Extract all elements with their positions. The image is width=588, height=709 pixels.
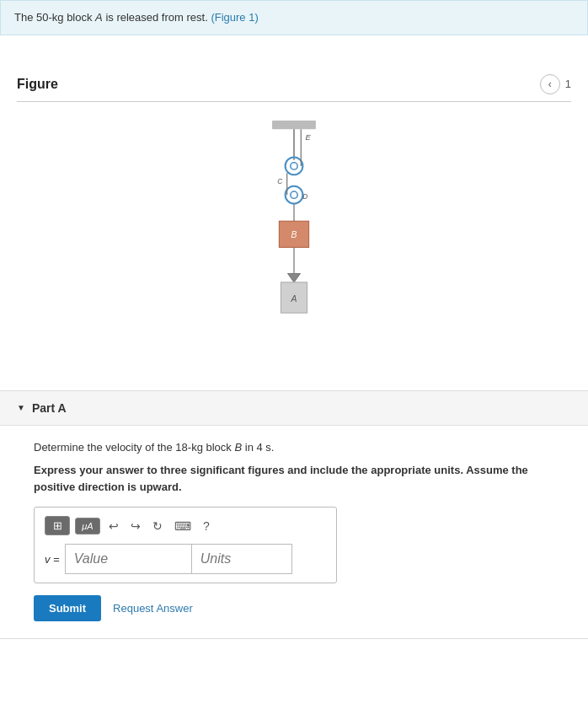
figure-link[interactable]: (Figure 1): [211, 11, 258, 24]
variable-label: v =: [45, 553, 60, 566]
part-label: Part A: [32, 401, 67, 415]
svg-rect-0: [272, 121, 316, 129]
answer-toolbar: ⊞ μA ↩ ↪ ↻ ⌨ ?: [45, 516, 326, 535]
svg-point-11: [291, 162, 297, 169]
figure-prev-button[interactable]: ‹: [540, 74, 560, 94]
input-row: v =: [45, 544, 326, 574]
svg-point-10: [286, 157, 303, 175]
part-content: Determine the velocity of the 18-kg bloc…: [0, 425, 588, 639]
request-answer-link[interactable]: Request Answer: [113, 602, 193, 615]
answer-box: ⊞ μA ↩ ↪ ↻ ⌨ ? v =: [34, 507, 337, 583]
pulley-diagram: E C D B: [243, 121, 345, 357]
undo-button[interactable]: ↩: [105, 517, 122, 535]
value-input[interactable]: [65, 544, 191, 574]
svg-text:A: A: [291, 293, 297, 303]
figure-nav: ‹ 1: [540, 74, 571, 94]
units-input[interactable]: [191, 544, 292, 574]
svg-point-13: [286, 185, 303, 203]
redo-button[interactable]: ↪: [127, 517, 144, 535]
submit-button[interactable]: Submit: [34, 595, 101, 621]
svg-text:D: D: [302, 192, 307, 201]
matrix-button[interactable]: ⊞: [45, 516, 70, 535]
matrix-icon: ⊞: [53, 519, 62, 532]
refresh-button[interactable]: ↻: [149, 517, 166, 535]
notice-text: The 50-kg block A is released from rest.: [14, 11, 211, 24]
figure-page-number: 1: [565, 78, 571, 90]
symbol-label: μA: [82, 521, 93, 531]
part-instruction: Express your answer to three significant…: [34, 462, 571, 495]
part-section: ▼ Part A Determine the velocity of the 1…: [0, 390, 588, 640]
figure-title: Figure: [17, 77, 58, 92]
svg-text:B: B: [291, 229, 297, 239]
figure-header: Figure ‹ 1: [17, 74, 571, 102]
svg-text:C: C: [277, 176, 283, 185]
svg-marker-22: [288, 273, 301, 282]
collapse-arrow-icon: ▼: [17, 403, 25, 412]
notice-bar: The 50-kg block A is released from rest.…: [0, 0, 588, 35]
symbol-button[interactable]: μA: [75, 518, 100, 534]
figure-section: Figure ‹ 1 E C: [0, 61, 588, 382]
part-header[interactable]: ▼ Part A: [0, 391, 588, 425]
diagram-container: E C D B: [17, 112, 571, 373]
submit-row: Submit Request Answer: [34, 595, 571, 621]
part-question: Determine the velocity of the 18-kg bloc…: [34, 439, 571, 456]
svg-point-14: [291, 191, 297, 198]
help-button[interactable]: ?: [200, 517, 213, 535]
svg-text:E: E: [305, 132, 311, 141]
keyboard-button[interactable]: ⌨: [171, 517, 195, 535]
